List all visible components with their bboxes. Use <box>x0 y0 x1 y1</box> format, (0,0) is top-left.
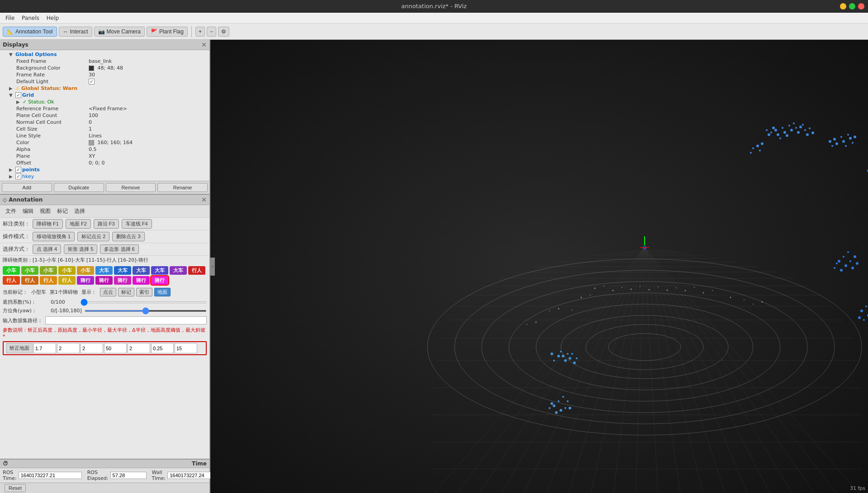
collapse-panel-arrow[interactable]: ‹ <box>210 258 215 276</box>
remove-display-button[interactable]: Remove <box>106 183 156 192</box>
ros-time-input[interactable] <box>19 472 82 479</box>
category-button-3[interactable]: 小车 <box>58 266 76 275</box>
op-move-button[interactable]: 移动缩放视角 1 <box>33 232 75 241</box>
rename-display-button[interactable]: Rename <box>157 183 208 192</box>
op-mark-button[interactable]: 标记点云 2 <box>77 232 109 241</box>
ann-menu-view[interactable]: 视图 <box>37 207 53 216</box>
param-input-6[interactable] <box>175 343 197 353</box>
label-curb-button[interactable]: 路沿 F3 <box>94 219 119 229</box>
display-toggle-0[interactable]: 点云 <box>100 288 116 296</box>
svg-point-72 <box>847 134 849 136</box>
display-toggle-2[interactable]: 索引 <box>136 288 152 296</box>
ann-menu-edit[interactable]: 编辑 <box>20 207 36 216</box>
category-button-15[interactable]: 骑行 <box>77 276 94 285</box>
annotation-menubar: 文件 编辑 视图 标记 选择 <box>0 205 209 218</box>
3d-viewport[interactable]: ‹ <box>210 40 868 493</box>
label-ground-button[interactable]: 地面 F2 <box>66 219 91 229</box>
svg-point-154 <box>631 289 632 290</box>
ann-menu-mark[interactable]: 标记 <box>54 207 71 216</box>
annotation-tool-button[interactable]: 📐 Annotation Tool <box>3 27 57 37</box>
category-button-8[interactable]: 大车 <box>151 266 168 275</box>
category-button-12[interactable]: 行人 <box>21 276 38 285</box>
category-button-0[interactable]: 小车 <box>3 266 20 275</box>
alpha-value: 0.5 <box>89 146 208 152</box>
param-input-0[interactable] <box>33 343 56 353</box>
titlebar: annotation.rviz* - RViz <box>0 0 868 13</box>
ann-menu-file[interactable]: 文件 <box>3 207 19 216</box>
ann-menu-select[interactable]: 选择 <box>71 207 88 216</box>
annotation-close-button[interactable]: ✕ <box>201 196 207 203</box>
ros-time-label: ROS Time: <box>3 470 17 481</box>
points-checkbox[interactable]: ✓ <box>15 167 21 173</box>
settings-button[interactable]: ⚙ <box>218 27 229 37</box>
category-button-7[interactable]: 大车 <box>133 266 150 275</box>
duplicate-display-button[interactable]: Duplicate <box>54 183 104 192</box>
param-input-3[interactable] <box>104 343 127 353</box>
plus-button[interactable]: + <box>195 27 205 37</box>
label-obstacle-button[interactable]: 障碍物 F1 <box>33 219 63 229</box>
svg-point-102 <box>576 357 578 359</box>
category-button-16[interactable]: 骑行 <box>95 276 113 285</box>
minus-button[interactable]: − <box>207 27 216 37</box>
category-button-11[interactable]: 行人 <box>3 276 20 285</box>
svg-point-76 <box>852 142 854 144</box>
rectify-ground-button[interactable]: 矫正地面 <box>6 343 33 353</box>
param-input-1[interactable] <box>57 343 80 353</box>
displays-content[interactable]: ▼ Global Options Fixed Frame base_link B… <box>0 50 209 181</box>
select-mode-label: 选择方式： <box>3 245 30 253</box>
menu-panels[interactable]: Panels <box>18 14 43 22</box>
display-toggle-3[interactable]: 地面 <box>154 288 171 296</box>
category-button-5[interactable]: 大车 <box>95 266 113 275</box>
hkey-checkbox[interactable]: ✓ <box>15 174 21 179</box>
menu-file[interactable]: File <box>2 14 18 22</box>
time-header: ⏱ Time <box>0 460 209 468</box>
param-input-5[interactable] <box>151 343 174 353</box>
category-button-1[interactable]: 小车 <box>21 266 38 275</box>
svg-point-94 <box>567 353 569 355</box>
display-toggle-1[interactable]: 标记 <box>118 288 134 296</box>
category-button-18[interactable]: 骑行 <box>133 276 150 285</box>
dataset-path-row: 输入数据集路径： <box>0 315 209 326</box>
grid-checkbox[interactable]: ✓ <box>15 92 21 98</box>
add-display-button[interactable]: Add <box>2 183 52 192</box>
sel-poly-button[interactable]: 多边形 选择 6 <box>100 244 138 254</box>
displays-close-button[interactable]: ✕ <box>201 41 207 48</box>
reset-button[interactable]: Reset <box>5 484 26 492</box>
maximize-button[interactable] <box>849 3 855 9</box>
close-button[interactable] <box>858 3 864 9</box>
svg-point-126 <box>562 396 564 398</box>
label-lane-button[interactable]: 车道线 F4 <box>122 219 152 229</box>
category-button-4[interactable]: 小车 <box>77 266 94 275</box>
minimize-button[interactable] <box>840 3 846 9</box>
svg-point-107 <box>847 251 849 253</box>
category-button-9[interactable]: 大车 <box>170 266 187 275</box>
wall-time-label: Wall Time: <box>152 470 166 481</box>
category-button-17[interactable]: 骑行 <box>114 276 131 285</box>
param-input-4[interactable] <box>128 343 150 353</box>
sel-rect-button[interactable]: 矩形 选择 5 <box>64 244 97 254</box>
category-button-10[interactable]: 行人 <box>188 266 205 275</box>
yaw-slider[interactable] <box>85 310 207 312</box>
param-input-2[interactable] <box>81 343 103 353</box>
op-delete-button[interactable]: 删除点云 3 <box>112 232 144 241</box>
interact-button[interactable]: ↔ Interact <box>59 27 92 37</box>
category-button-14[interactable]: 行人 <box>58 276 76 285</box>
category-button-2[interactable]: 小车 <box>40 266 57 275</box>
display-frame-rate-row: Frame Rate 30 <box>0 71 209 78</box>
occlusion-slider[interactable] <box>81 301 207 303</box>
category-button-19[interactable]: 骑行 <box>151 276 168 285</box>
category-button-6[interactable]: 大车 <box>114 266 131 275</box>
plant-flag-button[interactable]: 🚩 Plant Flag <box>147 27 188 37</box>
display-offset-row: Offset 0; 0; 0 <box>0 160 209 166</box>
sel-point-button[interactable]: 点 选择 4 <box>33 244 61 254</box>
time-panel: ⏱ Time ROS Time: ROS Elapsed: Wall Time:… <box>0 459 209 493</box>
cell-size-value: 1 <box>89 126 208 132</box>
hkey-label: hkey <box>22 174 34 179</box>
ros-elapsed-input[interactable] <box>110 472 147 479</box>
move-camera-button[interactable]: 📷 Move Camera <box>94 27 145 37</box>
category-button-13[interactable]: 行人 <box>40 276 57 285</box>
menu-help[interactable]: Help <box>43 14 62 22</box>
dataset-path-input[interactable] <box>45 316 207 324</box>
default-light-checkbox[interactable]: ✓ <box>89 79 95 85</box>
display-line-style-row: Line Style Lines <box>0 132 209 139</box>
